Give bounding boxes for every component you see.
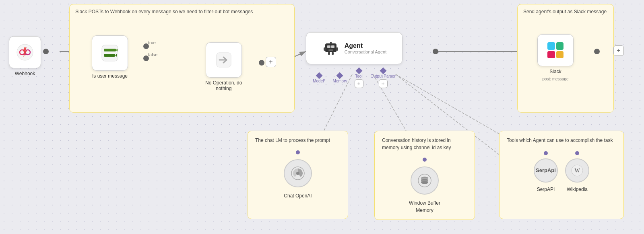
model-connector-label: Model* bbox=[313, 79, 325, 83]
output-parser-label: Output Parser bbox=[371, 74, 396, 78]
webhook-icon bbox=[16, 43, 34, 61]
tool-plus-button[interactable]: + bbox=[355, 79, 363, 88]
svg-rect-25 bbox=[327, 45, 330, 48]
noop-output-dot bbox=[259, 60, 264, 66]
webhook-node[interactable]: Webhook bbox=[9, 36, 41, 76]
serpapi-label: SerpAPI bbox=[537, 186, 555, 193]
true-label: true bbox=[148, 40, 156, 45]
webhook-output-dot bbox=[43, 49, 49, 54]
agent-node[interactable]: Agent Conversational Agent Model* Memory… bbox=[306, 32, 402, 88]
noop-plus-button[interactable]: + bbox=[266, 57, 276, 67]
svg-rect-17 bbox=[104, 49, 116, 51]
noop-node[interactable]: No Operation, do nothing bbox=[205, 42, 242, 91]
svg-rect-22 bbox=[325, 43, 336, 52]
filter-true-dot bbox=[143, 43, 149, 49]
svg-rect-31 bbox=[328, 52, 330, 55]
window-buffer-circle[interactable] bbox=[411, 166, 439, 195]
svg-text:W: W bbox=[574, 168, 580, 174]
memory-annotation-text: Conversation history is stored in memory… bbox=[382, 137, 467, 151]
svg-rect-19 bbox=[104, 54, 115, 57]
workflow-canvas: Slack POSTs to Webhook on every message … bbox=[0, 0, 644, 234]
slack-sublabel: post: message bbox=[542, 77, 568, 81]
agent-title: Agent bbox=[345, 42, 387, 49]
memory-connector-label: Memory bbox=[332, 79, 347, 83]
slack-icon bbox=[547, 42, 564, 58]
slack-node[interactable]: Slack post: message bbox=[537, 34, 574, 81]
webhook-label: Webhook bbox=[15, 71, 35, 76]
agent-sublabel: Conversational Agent bbox=[345, 49, 387, 54]
noop-icon bbox=[215, 51, 232, 68]
tools-annotation-text: Tools which Agent can use to accomplish … bbox=[507, 137, 616, 144]
svg-point-40 bbox=[421, 181, 428, 184]
svg-rect-28 bbox=[330, 42, 332, 44]
window-buffer-label: Window Buffer Memory bbox=[409, 199, 440, 214]
agent-output-dot bbox=[433, 49, 438, 54]
serpapi-circle[interactable]: SerpApi bbox=[534, 158, 558, 183]
filter-annotation-text: Slack POSTs to Webhook on every message … bbox=[75, 9, 253, 14]
svg-point-34 bbox=[296, 172, 299, 175]
slack-label: Slack bbox=[549, 69, 561, 74]
output-parser-diamond bbox=[380, 68, 386, 74]
memory-diamond bbox=[336, 72, 343, 79]
chat-openai-circle[interactable] bbox=[284, 159, 312, 187]
noop-label: No Operation, do nothing bbox=[205, 80, 242, 91]
wikipedia-label: Wikipedia bbox=[567, 186, 588, 193]
serpapi-diamond-dot bbox=[544, 151, 548, 155]
svg-rect-32 bbox=[332, 52, 334, 55]
lm-annotation-text: The chat LM to process the prompt bbox=[255, 137, 341, 144]
false-label: false bbox=[148, 52, 157, 57]
database-icon bbox=[417, 173, 432, 188]
wikipedia-circle[interactable]: W bbox=[565, 158, 589, 183]
svg-rect-27 bbox=[328, 49, 333, 51]
svg-rect-16 bbox=[102, 45, 118, 61]
model-diamond bbox=[316, 72, 322, 79]
svg-rect-30 bbox=[336, 47, 338, 51]
tool-diamond bbox=[355, 68, 362, 74]
svg-rect-26 bbox=[331, 45, 334, 48]
svg-rect-29 bbox=[324, 47, 326, 51]
memory-annotation-box: Conversation history is stored in memory… bbox=[374, 131, 475, 220]
serpapi-icon: SerpApi bbox=[536, 166, 556, 174]
slack-output-dot bbox=[594, 49, 600, 54]
chat-openai-label: Chat OpenAI bbox=[284, 192, 312, 199]
filter-icon bbox=[100, 43, 120, 63]
output-parser-plus-button[interactable]: + bbox=[379, 79, 388, 88]
wikipedia-icon: W bbox=[571, 164, 584, 177]
lm-annotation-box: The chat LM to process the prompt Chat O… bbox=[248, 131, 348, 219]
agent-icon bbox=[322, 39, 340, 57]
slack-output-plus[interactable]: + bbox=[613, 45, 624, 56]
tools-annotation-box: Tools which Agent can use to accomplish … bbox=[499, 131, 624, 219]
filter-node[interactable]: Is user message bbox=[92, 35, 128, 79]
lm-diamond-dot bbox=[296, 150, 300, 154]
tool-connector-label: Tool bbox=[355, 74, 362, 78]
slack-annotation-text: Send agent's output as Slack message bbox=[523, 9, 607, 14]
wikipedia-diamond-dot bbox=[575, 151, 579, 155]
filter-false-dot bbox=[143, 55, 149, 61]
memory-diamond-dot bbox=[423, 158, 427, 162]
filter-label: Is user message bbox=[92, 73, 128, 79]
openai-icon bbox=[291, 166, 305, 181]
